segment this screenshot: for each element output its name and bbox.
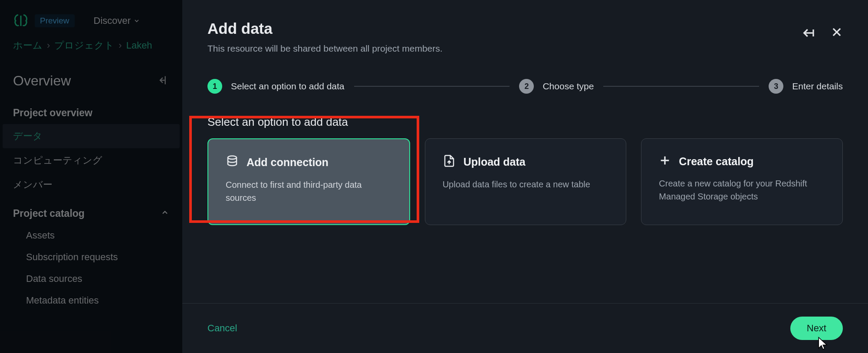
option-cards: Add connection Connect to first and thir… [207, 138, 843, 225]
svg-point-6 [228, 156, 237, 160]
step-3-label: Enter details [792, 81, 843, 92]
stepper: 1 Select an option to add data 2 Choose … [182, 62, 868, 102]
step-1-number: 1 [207, 79, 222, 94]
step-2: 2 Choose type [519, 79, 594, 94]
step-1: 1 Select an option to add data [207, 79, 345, 94]
upload-file-icon [443, 154, 456, 169]
step-2-label: Choose type [542, 81, 594, 92]
panel-subtitle: This resource will be shared between all… [207, 43, 443, 54]
card-upload-data[interactable]: Upload data Upload data files to create … [425, 138, 627, 225]
database-icon [226, 155, 239, 170]
card-description: Connect to first and third-party data so… [226, 178, 392, 204]
card-add-connection[interactable]: Add connection Connect to first and thir… [207, 138, 410, 225]
card-title: Add connection [247, 156, 329, 169]
card-description: Upload data files to create a new table [443, 178, 609, 191]
add-data-panel: Add data This resource will be shared be… [182, 0, 868, 353]
panel-footer: Cancel Next [182, 303, 868, 353]
card-description: Create a new catalog for your Redshift M… [659, 177, 825, 203]
card-title: Upload data [464, 156, 526, 168]
section-title: Select an option to add data [207, 115, 843, 129]
plus-icon [659, 154, 671, 168]
cancel-button[interactable]: Cancel [207, 323, 237, 334]
card-title: Create catalog [679, 155, 753, 168]
step-1-label: Select an option to add data [231, 81, 345, 92]
card-create-catalog[interactable]: Create catalog Create a new catalog for … [641, 138, 843, 225]
close-icon[interactable] [831, 26, 843, 42]
step-3: 3 Enter details [769, 79, 843, 94]
step-2-number: 2 [519, 79, 534, 94]
step-3-number: 3 [769, 79, 783, 94]
back-icon[interactable] [801, 26, 815, 42]
panel-title: Add data [207, 20, 443, 37]
cursor-icon [816, 336, 829, 353]
